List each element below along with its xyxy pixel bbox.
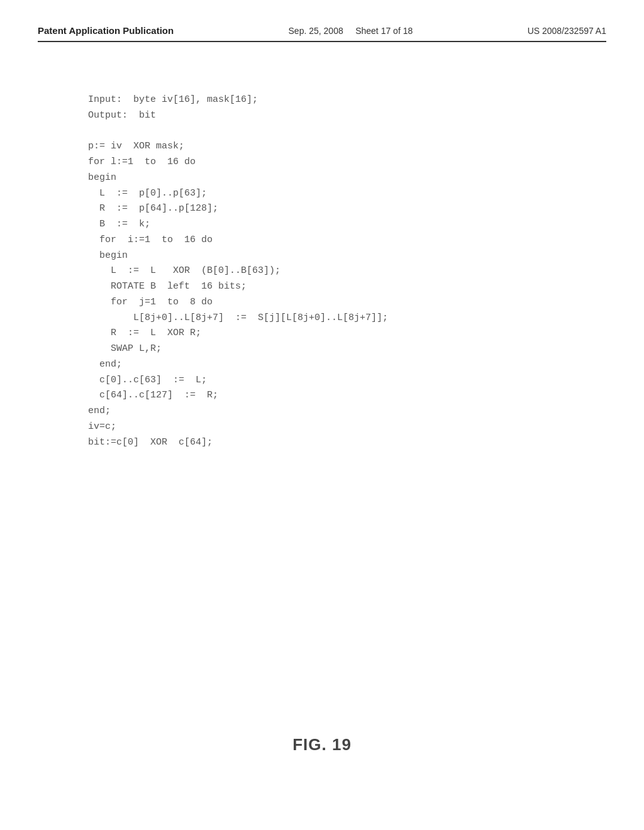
code-line: ROTATE B left 16 bits; <box>88 279 606 295</box>
code-line: begin <box>88 170 606 186</box>
figure-caption: FIG. 19 <box>292 735 352 755</box>
code-line: L[8j+0]..L[8j+7] := S[j][L[8j+0]..L[8j+7… <box>88 311 606 326</box>
code-line: L := L XOR (B[0]..B[63]); <box>88 263 606 279</box>
page-header: Patent Application Publication Sep. 25, … <box>38 25 606 42</box>
code-line: R := p[64]..p[128]; <box>88 201 606 217</box>
publication-date: Sep. 25, 2008 <box>289 26 343 36</box>
code-line: for i:=1 to 16 do <box>88 233 606 248</box>
code-line: for j=1 to 8 do <box>88 295 606 311</box>
code-line: B := k; <box>88 217 606 233</box>
page: Patent Application Publication Sep. 25, … <box>0 0 644 830</box>
code-line: L := p[0]..p[63]; <box>88 186 606 202</box>
code-line: R := L XOR R; <box>88 326 606 341</box>
code-line: end; <box>88 357 606 373</box>
code-line: bit:=c[0] XOR c[64]; <box>88 435 606 451</box>
publication-title: Patent Application Publication <box>38 25 174 36</box>
code-line: c[64]..c[127] := R; <box>88 388 606 404</box>
code-line: begin <box>88 248 606 264</box>
code-line: Output: bit <box>88 108 606 124</box>
code-line: c[0]..c[63] := L; <box>88 373 606 389</box>
code-line: for l:=1 to 16 do <box>88 155 606 170</box>
code-line: iv=c; <box>88 419 606 435</box>
code-line: end; <box>88 404 606 419</box>
code-block: Input: byte iv[16], mask[16];Output: bit… <box>88 92 606 450</box>
patent-number: US 2008/232597 A1 <box>528 26 606 36</box>
code-line: p:= iv XOR mask; <box>88 139 606 155</box>
publication-date-and-sheet: Sep. 25, 2008 Sheet 17 of 18 <box>289 26 413 36</box>
sheet-number: Sheet 17 of 18 <box>355 26 413 36</box>
code-line <box>88 124 606 140</box>
code-line: Input: byte iv[16], mask[16]; <box>88 92 606 108</box>
code-line: SWAP L,R; <box>88 341 606 357</box>
